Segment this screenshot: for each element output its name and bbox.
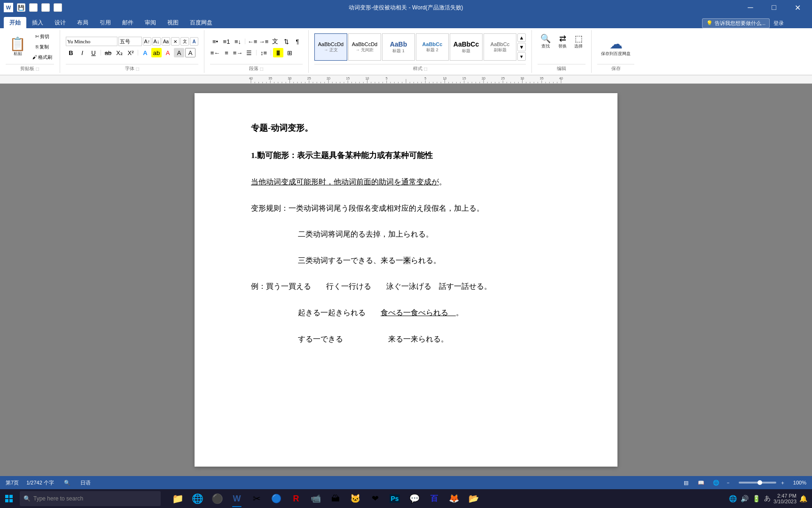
login-button[interactable]: 登录 [773, 20, 784, 27]
web-layout-btn[interactable]: 🌐 [710, 478, 722, 487]
para-expand-icon[interactable]: ⬚ [260, 67, 264, 71]
tab-view[interactable]: 视图 [162, 17, 184, 28]
line-spacing-btn[interactable]: ↕≡ [258, 48, 269, 57]
char-border-btn[interactable]: A [185, 48, 195, 57]
underline-btn[interactable]: U [88, 48, 99, 57]
align-left-btn[interactable]: ≡← [210, 48, 220, 57]
doc-line-2[interactable]: 当他动词变成可能形时，他动词前面的助词を通常变成が。 [251, 176, 561, 188]
text-highlight-btn[interactable]: ab [151, 48, 162, 57]
firefox-app[interactable]: 🦊 [445, 489, 463, 508]
find-btn[interactable]: 🔍 查找 [538, 33, 554, 51]
tell-me-box[interactable]: 💡 告诉我您想要做什么... [702, 18, 770, 28]
app6[interactable]: 🔵 [267, 489, 286, 508]
document-page[interactable]: 专题-动词变形。 1.動可能形：表示主题具备某种能力或有某种可能性 当他动词变成… [195, 93, 617, 467]
baidu-app[interactable]: 百 [425, 489, 444, 508]
align-right-btn[interactable]: ≡→ [233, 48, 243, 57]
start-btn[interactable] [2, 492, 16, 506]
font-name-input[interactable] [66, 37, 117, 46]
maximize-btn[interactable]: □ [763, 0, 785, 15]
increase-font-btn[interactable]: A↑ [143, 37, 151, 46]
app13[interactable]: 💬 [405, 489, 424, 508]
zoom-app[interactable]: 📹 [306, 489, 325, 508]
volume-tray-icon[interactable]: 🔊 [740, 494, 750, 503]
notification-icon[interactable]: 🔔 [798, 494, 808, 503]
battery-tray-icon[interactable]: 🔋 [751, 494, 761, 503]
style-normal[interactable]: AaBbCcDd → 正文 [314, 33, 347, 61]
clear-format-btn[interactable]: ✕ [171, 37, 180, 46]
decrease-indent-btn[interactable]: ←≡ [247, 37, 258, 46]
doc-line-5[interactable]: 三类动词する一できる、来る一来られる。 [251, 254, 561, 267]
zoom-out-btn[interactable]: － [726, 479, 735, 486]
change-case-btn[interactable]: Aa [162, 37, 170, 46]
show-formatting-btn[interactable]: ¶ [292, 37, 303, 46]
files-app[interactable]: 📂 [464, 489, 483, 508]
chrome-app[interactable]: ⚫ [208, 489, 226, 508]
styles-more[interactable]: ▾ [517, 52, 526, 61]
tab-design[interactable]: 设计 [49, 17, 71, 28]
subscript-btn[interactable]: X₂ [114, 48, 125, 57]
multilevel-list-btn[interactable]: ≡↓ [233, 37, 243, 46]
font-color-btn[interactable]: A [163, 48, 173, 57]
strikethrough-btn[interactable]: ab [103, 48, 113, 57]
tab-insert[interactable]: 插入 [26, 17, 49, 28]
reading-view-btn[interactable]: 📖 [695, 478, 707, 487]
search-bar[interactable]: 🔍 Type here to search [20, 491, 161, 506]
clipboard-expand-icon[interactable]: ⬚ [36, 67, 39, 71]
chinese-format-btn[interactable]: 文 [270, 37, 280, 46]
replace-btn[interactable]: ⇄ 替换 [555, 33, 570, 51]
file-explorer-app[interactable]: 📁 [168, 489, 187, 508]
app10[interactable]: 🐱 [346, 489, 365, 508]
numbering-btn[interactable]: ≡1 [221, 37, 232, 46]
decrease-font-btn[interactable]: A↓ [152, 37, 161, 46]
doc-line-6[interactable]: 例：買う一買える 行く一行ける 泳ぐ一泳げる 話す一話せる。 [251, 280, 561, 293]
zoom-in-btn[interactable]: ＋ [780, 479, 789, 486]
justify-btn[interactable]: ☰ [244, 48, 254, 57]
print-layout-btn[interactable]: ▤ [680, 478, 692, 487]
doc-line-8[interactable]: する一できる 来る一来られる。 [251, 333, 561, 345]
doc-title-line[interactable]: 专题-动词变形。 [251, 121, 561, 135]
photoshop-app[interactable]: Ps [385, 489, 404, 508]
wubi-btn[interactable]: 文 [180, 37, 189, 46]
copy-btn[interactable]: ⎘ 复制 [31, 42, 54, 52]
text-effect-btn[interactable]: A [140, 48, 150, 57]
doc-line-1[interactable]: 1.動可能形：表示主题具备某种能力或有某种可能性 [251, 149, 561, 162]
tab-mailings[interactable]: 邮件 [117, 17, 139, 28]
tab-layout[interactable]: 布局 [71, 17, 94, 28]
styles-scroll-up[interactable]: ▲ [517, 33, 526, 42]
proofing-btn[interactable]: 🔍 [62, 478, 73, 487]
increase-indent-btn[interactable]: →≡ [258, 37, 269, 46]
shading-btn[interactable]: ▓ [273, 48, 283, 57]
clock[interactable]: 2:47 PM 3/10/2023 [773, 493, 796, 504]
font-expand-icon[interactable]: ⬚ [136, 67, 140, 71]
doc-line-4[interactable]: 二类动词将词尾的る去掉，加上られる。 [251, 228, 561, 240]
doc-line-3[interactable]: 变形规则：一类动词将词尾う段假名变成相对应的え段假名，加上る。 [251, 202, 561, 214]
styles-expand-icon[interactable]: ⬚ [424, 67, 428, 71]
tab-home[interactable]: 开始 [4, 17, 26, 28]
word-app[interactable]: W [227, 489, 246, 508]
bold-btn[interactable]: B [66, 48, 76, 57]
quick-undo-btn[interactable]: ↩ [29, 3, 38, 12]
network-tray-icon[interactable]: 🌐 [728, 494, 738, 503]
close-btn[interactable]: ✕ [787, 0, 808, 15]
minimize-btn[interactable]: ─ [740, 0, 761, 15]
doc-line-7[interactable]: 起きる一起きられる 食べる一食べられる 。 [251, 307, 561, 319]
style-no-spacing[interactable]: AaBbCcDd → 无间距 [348, 33, 381, 61]
align-center-btn[interactable]: ≡ [221, 48, 232, 57]
format-painter-btn[interactable]: 🖌 格式刷 [31, 53, 54, 62]
styles-scroll-down[interactable]: ▼ [517, 43, 526, 51]
document-area[interactable]: 专题-动词变形。 1.動可能形：表示主题具备某种能力或有某种可能性 当他动词变成… [0, 84, 812, 476]
quick-save-btn[interactable]: 💾 [17, 3, 25, 12]
edge-app[interactable]: 🌐 [188, 489, 207, 508]
select-btn[interactable]: ⬚ 选择 [571, 33, 586, 51]
style-heading2[interactable]: AaBbCc 标题 2 [416, 33, 449, 61]
paste-btn[interactable]: 📋 粘贴 [6, 31, 30, 63]
quick-redo-btn[interactable]: ↻ [41, 3, 50, 12]
font-icon-btn[interactable]: A [190, 37, 198, 46]
app7[interactable]: R [287, 489, 305, 508]
char-shading-btn[interactable]: A [174, 48, 184, 57]
tab-references[interactable]: 引用 [94, 17, 117, 28]
zoom-slider[interactable] [739, 482, 776, 484]
cut-btn[interactable]: ✄ 剪切 [31, 32, 54, 41]
save-to-baidu-btn[interactable]: ☁ 保存到百度网盘 [597, 31, 634, 63]
italic-btn[interactable]: I [77, 48, 87, 57]
